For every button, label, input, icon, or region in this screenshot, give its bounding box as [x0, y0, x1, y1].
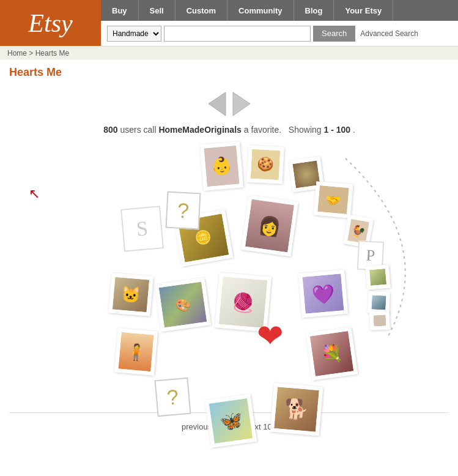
photo-painting[interactable]: 🎨	[155, 278, 211, 332]
search-category-select[interactable]: Handmade Supplies Vintage All Items	[107, 26, 161, 42]
nav-bar: Buy Sell Custom Community Blog Your Etsy	[101, 0, 458, 21]
svg-marker-1	[233, 92, 250, 116]
cloud-area: ↖ 800 users call HomeMadeOriginals a fav…	[9, 85, 449, 409]
photo-dog[interactable]: 🐕	[270, 383, 323, 436]
search-button[interactable]: Search	[313, 26, 355, 42]
photo-small-1[interactable]	[365, 264, 390, 289]
letter-card-s[interactable]: S	[120, 206, 164, 251]
big-heart: ❤	[257, 318, 284, 354]
header: Etsy Buy Sell Custom Community Blog Your…	[0, 0, 458, 46]
breadcrumb-separator: >	[29, 49, 35, 58]
question-card-2[interactable]: ?	[154, 377, 191, 417]
main-content: Hearts Me ↖ 800 users call HomeMadeOrigi…	[0, 60, 458, 450]
header-right: Buy Sell Custom Community Blog Your Etsy…	[101, 0, 458, 46]
photo-flowers-hands[interactable]: 💐	[306, 327, 358, 381]
breadcrumb-current: Hearts Me	[35, 49, 69, 58]
logo: Etsy	[28, 9, 72, 38]
question-card-1[interactable]: ?	[165, 192, 201, 230]
user-count: 800	[103, 125, 117, 135]
breadcrumb: Home > Hearts Me	[0, 46, 458, 60]
advanced-search-link[interactable]: Advanced Search	[360, 29, 418, 38]
photo-small-3[interactable]	[369, 311, 390, 330]
photo-cat[interactable]: 🐱	[108, 273, 153, 316]
nav-item-community[interactable]: Community	[227, 0, 294, 21]
nav-item-your-etsy[interactable]: Your Etsy	[334, 0, 393, 21]
photo-woman-dress[interactable]: 🧍	[114, 328, 158, 375]
photo-butterfly[interactable]: 🦋	[205, 394, 257, 448]
photo-purple-hearts[interactable]: 💜	[298, 270, 348, 318]
page-title: Hearts Me	[9, 66, 449, 79]
nav-item-blog[interactable]: Blog	[294, 0, 334, 21]
search-bar: Handmade Supplies Vintage All Items Sear…	[101, 21, 458, 46]
next-arrow-button[interactable]	[230, 91, 253, 117]
photo-baby[interactable]: 👶	[200, 141, 243, 190]
search-input[interactable]	[164, 26, 311, 42]
cursor-icon: ↖	[29, 186, 40, 202]
photo-hands[interactable]: 🤝	[314, 181, 353, 218]
count-text: 800 users call HomeMadeOriginals a favor…	[103, 125, 355, 135]
breadcrumb-home[interactable]: Home	[7, 49, 27, 58]
photo-woman-face[interactable]: 👩	[241, 195, 298, 257]
nav-item-custom[interactable]: Custom	[175, 0, 227, 21]
showing-range: 1 - 100	[323, 125, 350, 135]
nav-item-buy[interactable]: Buy	[101, 0, 139, 21]
nav-arrows	[205, 91, 253, 117]
svg-marker-0	[209, 92, 226, 116]
shop-name: HomeMadeOriginals	[158, 125, 241, 135]
prev-arrow-button[interactable]	[205, 91, 229, 117]
logo-block: Etsy	[0, 0, 101, 46]
photo-food[interactable]: 🍪	[246, 146, 284, 184]
nav-item-sell[interactable]: Sell	[139, 0, 175, 21]
